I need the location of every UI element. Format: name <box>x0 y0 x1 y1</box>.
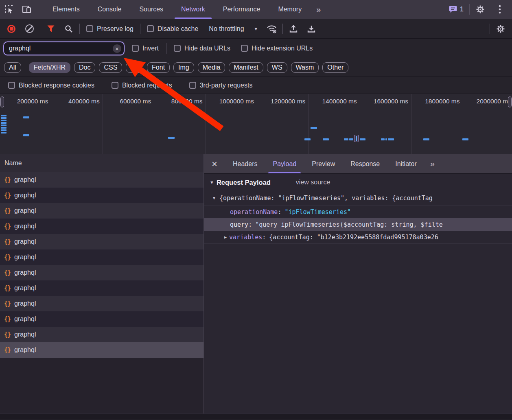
main-toolbar: ElementsConsoleSourcesNetworkPerformance… <box>0 0 512 19</box>
3rd-party-requests-checkbox[interactable]: 3rd-party requests <box>186 82 256 89</box>
timeline-bar <box>23 116 29 118</box>
panel-tabs: ElementsConsoleSourcesNetworkPerformance… <box>44 0 311 19</box>
payload-row[interactable]: operationName:"ipFlowTimeseries" <box>204 206 512 218</box>
tab-performance[interactable]: Performance <box>214 0 269 19</box>
more-panels-icon[interactable]: » <box>311 0 326 19</box>
json-braces-icon: {} <box>4 300 11 307</box>
filter-toggle-button[interactable] <box>44 22 58 36</box>
pill-wasm[interactable]: Wasm <box>291 62 319 73</box>
timeline-tick-label: 800000 ms <box>171 98 203 105</box>
hide-data-urls-checkbox[interactable]: Hide data URLs <box>171 45 234 52</box>
pill-other[interactable]: Other <box>322 62 348 73</box>
details-tab-headers[interactable]: Headers <box>225 154 265 173</box>
table-row[interactable]: {}graphql <box>0 311 203 327</box>
network-settings-button[interactable] <box>493 22 508 36</box>
clear-network-log-button[interactable] <box>22 22 37 36</box>
divider <box>490 24 490 34</box>
record-network-log-button[interactable] <box>4 22 19 36</box>
table-row[interactable]: {}graphql <box>0 188 203 203</box>
payload-row[interactable]: query:"query ipFlowTimeseries($accountTa… <box>204 218 512 231</box>
name-column-header[interactable]: Name <box>0 154 203 172</box>
pill-img[interactable]: Img <box>173 62 194 73</box>
table-row[interactable]: {}graphql <box>0 327 203 342</box>
device-toolbar-button[interactable] <box>18 0 36 19</box>
timeline-column: 1600000 ms <box>360 94 411 154</box>
tab-console[interactable]: Console <box>89 0 131 19</box>
pill-css[interactable]: CSS <box>99 62 122 73</box>
overview-left-handle[interactable] <box>0 96 4 107</box>
search-button[interactable] <box>61 22 76 36</box>
colon: : <box>248 221 252 228</box>
table-row[interactable]: {}graphql <box>0 342 203 358</box>
inspect-element-button[interactable] <box>0 0 18 19</box>
table-row[interactable]: {}graphql <box>0 203 203 219</box>
kebab-menu-button[interactable] <box>491 5 509 14</box>
pill-media[interactable]: Media <box>198 62 225 73</box>
pill-font[interactable]: Font <box>147 62 170 73</box>
divider <box>469 4 470 15</box>
pill-manifest[interactable]: Manifest <box>229 62 263 73</box>
checkbox-label: 3rd-party requests <box>200 82 253 89</box>
checkbox-box <box>241 45 248 52</box>
table-row[interactable]: {}graphql <box>0 265 203 280</box>
table-row[interactable]: {}graphql <box>0 234 203 249</box>
import-har-button[interactable] <box>286 22 301 36</box>
expand-triangle-icon[interactable]: ▶ <box>224 235 227 239</box>
collapse-triangle-icon[interactable]: ▼ <box>210 180 214 185</box>
tab-sources[interactable]: Sources <box>130 0 172 19</box>
timeline-bar <box>1 122 7 124</box>
divider <box>140 24 140 34</box>
invert-checkbox[interactable]: Invert <box>129 45 162 52</box>
details-tab-payload[interactable]: Payload <box>265 154 304 173</box>
clear-filter-icon[interactable]: × <box>113 44 121 53</box>
request-name: graphql <box>14 254 36 261</box>
hide-extension-urls-checkbox[interactable]: Hide extension URLs <box>238 45 316 52</box>
details-tab-preview[interactable]: Preview <box>304 154 343 173</box>
timeline-column: 2000000 ms <box>463 94 512 154</box>
divider <box>166 43 166 54</box>
pill-fetch-xhr[interactable]: Fetch/XHR <box>29 62 70 73</box>
json-braces-icon: {} <box>4 284 11 292</box>
request-name: graphql <box>14 223 36 230</box>
view-source-link[interactable]: view source <box>296 179 330 186</box>
close-details-button[interactable]: × <box>204 154 225 173</box>
network-conditions-button[interactable] <box>265 22 279 36</box>
overview-right-handle[interactable] <box>508 96 512 107</box>
json-braces-icon: {} <box>4 207 11 214</box>
blocked-requests-checkbox[interactable]: Blocked requests <box>108 82 175 89</box>
network-overview-strip[interactable]: 200000 ms400000 ms600000 ms800000 ms1000… <box>0 94 512 154</box>
filter-input[interactable] <box>3 42 125 55</box>
payload-root-row[interactable]: ▼ {operationName: "ipFlowTimeseries", va… <box>204 191 512 206</box>
checkbox-box <box>112 82 118 89</box>
gear-icon <box>496 24 505 33</box>
throttling-select[interactable]: No throttling ▾ <box>205 25 261 33</box>
expand-triangle-icon[interactable]: ▼ <box>213 196 215 200</box>
more-details-tabs-icon[interactable]: » <box>424 154 440 173</box>
tab-elements[interactable]: Elements <box>44 0 89 19</box>
table-row[interactable]: {}graphql <box>0 172 203 188</box>
tab-network[interactable]: Network <box>172 0 214 19</box>
details-tab-initiator[interactable]: Initiator <box>387 154 424 173</box>
issues-button[interactable]: 1 <box>445 6 468 13</box>
table-row[interactable]: {}graphql <box>0 296 203 311</box>
preserve-log-checkbox[interactable]: Preserve log <box>83 25 137 33</box>
export-har-button[interactable] <box>304 22 319 36</box>
pill-doc[interactable]: Doc <box>74 62 95 73</box>
pill-ws[interactable]: WS <box>267 62 287 73</box>
payload-row[interactable]: ▶variables:{accountTag: "b12e3b2192ee558… <box>204 231 512 243</box>
table-row[interactable]: {}graphql <box>0 219 203 234</box>
pill-all[interactable]: All <box>4 62 21 73</box>
tab-memory[interactable]: Memory <box>269 0 311 19</box>
table-row[interactable]: {}graphql <box>0 280 203 296</box>
details-tab-response[interactable]: Response <box>343 154 387 173</box>
timeline-bar <box>23 134 29 136</box>
pill-js[interactable]: JS <box>126 62 143 73</box>
name-column-label: Name <box>4 160 22 167</box>
blocked-response-cookies-checkbox[interactable]: Blocked response cookies <box>5 82 98 89</box>
request-name: graphql <box>14 192 36 199</box>
payload-divider <box>204 243 512 245</box>
settings-button[interactable] <box>471 5 489 14</box>
details-tab-bar: × HeadersPayloadPreviewResponseInitiator… <box>204 154 512 174</box>
table-row[interactable]: {}graphql <box>0 249 203 265</box>
disable-cache-checkbox[interactable]: Disable cache <box>144 25 202 33</box>
